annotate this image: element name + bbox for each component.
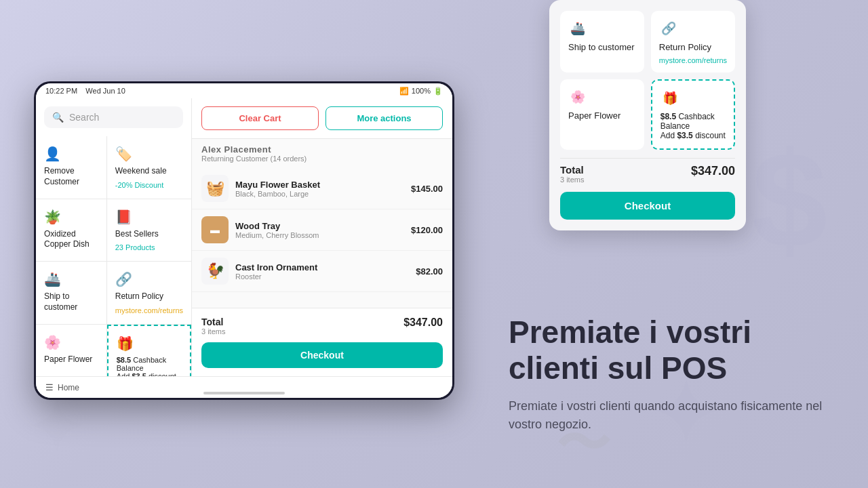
return-policy-sub: mystore.com/returns xyxy=(115,306,183,314)
cast-iron-price: $82.00 xyxy=(416,266,443,277)
total-label: Total xyxy=(201,317,225,327)
fc-total-info: Total 3 items xyxy=(560,164,584,184)
promo-headline: Premiate i vostri clienti sul POS xyxy=(509,314,834,386)
fc-ship-to-customer[interactable]: 🚢 Ship to customer xyxy=(560,11,644,73)
cart-items: 🧺 Mayu Flower Basket Black, Bamboo, Larg… xyxy=(192,165,452,308)
fc-total-label: Total xyxy=(560,164,584,176)
more-actions-button[interactable]: More actions xyxy=(326,106,443,130)
ship-customer-label: Ship to customer xyxy=(44,291,98,312)
wood-tray-thumb: ▬ xyxy=(201,216,229,243)
grid-cell-best-sellers[interactable]: 📕 Best Sellers 23 Products xyxy=(107,199,191,262)
device-screen: 10:22 PM Wed Jun 10 📶 100% 🔋 🔍 Search xyxy=(36,83,452,398)
wood-tray-variant: Medium, Cherry Blossom xyxy=(235,231,404,239)
grid-cell-paper-flower[interactable]: 🌸 Paper Flower xyxy=(36,325,106,376)
mayu-name: Mayu Flower Basket xyxy=(235,180,404,190)
battery-icon: 🔋 xyxy=(433,87,443,96)
home-label: Home xyxy=(58,383,79,392)
grid-cell-remove-customer[interactable]: 👤 Remove Customer xyxy=(36,136,106,199)
pos-body: 🔍 Search 👤 Remove Customer 🏷️ Weekend sa… xyxy=(36,98,452,376)
wood-tray-name: Wood Tray xyxy=(235,221,404,231)
cashback-icon: 🎁 xyxy=(660,89,679,108)
fc-divider xyxy=(560,158,735,159)
return-policy-grid-icon: 🔗 xyxy=(115,271,183,287)
paper-flower-grid-icon: 🌸 xyxy=(44,334,98,350)
status-time: 10:22 PM Wed Jun 10 xyxy=(45,87,125,95)
wood-tray-price: $120.00 xyxy=(411,225,443,235)
wifi-icon: 📶 xyxy=(399,87,409,96)
action-bar: Clear Cart More actions xyxy=(192,98,452,139)
cashback-grid-amount: $8.5 xyxy=(117,356,131,364)
device-frame: 10:22 PM Wed Jun 10 📶 100% 🔋 🔍 Search xyxy=(34,81,454,400)
mayu-price: $145.00 xyxy=(411,184,443,194)
return-policy-grid-label: Return Policy xyxy=(115,291,183,302)
clear-cart-button[interactable]: Clear Cart xyxy=(201,106,319,130)
fc-discount-label: discount xyxy=(695,131,726,140)
return-policy-icon: 🔗 xyxy=(659,19,678,38)
weekend-sale-sub: -20% Discount xyxy=(115,181,183,189)
cast-iron-thumb: 🐓 xyxy=(201,258,229,285)
fc-ship-label: Ship to customer xyxy=(568,42,636,52)
grid-cell-ship-customer[interactable]: 🚢 Ship to customer xyxy=(36,262,106,324)
mayu-thumb: 🧺 xyxy=(201,175,229,202)
fc-return-sub: mystore.com/returns xyxy=(659,56,727,64)
bottom-bar: ☰ Home xyxy=(36,376,452,398)
cast-iron-variant: Rooster xyxy=(235,272,409,281)
fc-cashback-text: $8.5 Cashback Balance Add $3.5 discount xyxy=(660,112,726,140)
paper-flower-grid-label: Paper Flower xyxy=(44,354,98,365)
fc-total-items: 3 items xyxy=(560,176,584,184)
checkout-button[interactable]: Checkout xyxy=(201,342,443,368)
cashback-grid-icon: 🎁 xyxy=(117,336,182,352)
fc-paper-flower-label: Paper Flower xyxy=(568,110,636,121)
floating-card: 🚢 Ship to customer 🔗 Return Policy mysto… xyxy=(549,0,746,230)
ship-customer-icon: 🚢 xyxy=(44,271,98,287)
search-input[interactable]: Search xyxy=(69,112,99,123)
fc-total-row: Total 3 items $347.00 xyxy=(560,164,735,184)
fc-paper-flower[interactable]: 🌸 Paper Flower xyxy=(560,79,644,150)
weekend-sale-icon: 🏷️ xyxy=(115,146,183,162)
total-info: Total 3 items xyxy=(201,317,225,336)
customer-tag: Returning Customer (14 orders) xyxy=(201,155,443,163)
left-panel: 🔍 Search 👤 Remove Customer 🏷️ Weekend sa… xyxy=(36,98,192,376)
promo-body: Premiate i vostri clienti quando acquist… xyxy=(509,397,834,434)
cart-item-mayu[interactable]: 🧺 Mayu Flower Basket Black, Bamboo, Larg… xyxy=(192,168,452,209)
cart-footer: Total 3 items $347.00 Checkout xyxy=(192,308,452,376)
customer-banner: Alex Placement Returning Customer (14 or… xyxy=(192,139,452,165)
remove-customer-icon: 👤 xyxy=(44,146,98,162)
fc-cashback-amount: $8.5 xyxy=(660,112,676,121)
fc-return-policy[interactable]: 🔗 Return Policy mystore.com/returns xyxy=(651,11,735,73)
home-indicator xyxy=(203,392,285,394)
cart-item-cast-iron[interactable]: 🐓 Cast Iron Ornament Rooster $82.00 xyxy=(192,251,452,292)
search-bar[interactable]: 🔍 Search xyxy=(44,106,183,128)
search-icon: 🔍 xyxy=(52,112,64,123)
fc-checkout-button[interactable]: Checkout xyxy=(560,192,735,220)
fc-total-amount: $347.00 xyxy=(691,164,735,178)
grid-cell-return-policy[interactable]: 🔗 Return Policy mystore.com/returns xyxy=(107,262,191,324)
grid-cell-cashback[interactable]: 🎁 $8.5 Cashback Balance Add $3.5 discoun… xyxy=(107,325,191,376)
best-sellers-label: Best Sellers xyxy=(115,229,183,240)
customer-name: Alex Placement xyxy=(201,144,443,155)
cart-item-wood-tray[interactable]: ▬ Wood Tray Medium, Cherry Blossom $120.… xyxy=(192,209,452,251)
mayu-info: Mayu Flower Basket Black, Bamboo, Large xyxy=(235,180,404,198)
floating-card-grid: 🚢 Ship to customer 🔗 Return Policy mysto… xyxy=(560,11,735,150)
status-bar-right: 📶 100% 🔋 xyxy=(399,87,443,96)
wood-tray-info: Wood Tray Medium, Cherry Blossom xyxy=(235,221,404,239)
grid-cell-weekend-sale[interactable]: 🏷️ Weekend sale -20% Discount xyxy=(107,136,191,199)
best-sellers-icon: 📕 xyxy=(115,209,183,225)
total-count: 3 items xyxy=(201,327,225,336)
total-amount: $347.00 xyxy=(403,317,443,329)
fc-discount-amount: $3.5 xyxy=(677,131,692,140)
promo-text: Premiate i vostri clienti sul POS Premia… xyxy=(509,314,834,434)
cast-iron-name: Cast Iron Ornament xyxy=(235,262,409,272)
ship-to-customer-icon: 🚢 xyxy=(568,19,587,38)
fc-cashback-item[interactable]: 🎁 $8.5 Cashback Balance Add $3.5 discoun… xyxy=(651,79,735,150)
cashback-grid-text: $8.5 Cashback Balance Add $3.5 discount xyxy=(117,356,182,376)
grid-cell-oxidized-copper[interactable]: 🪴 Oxidized Copper Dish xyxy=(36,199,106,262)
remove-customer-label: Remove Customer xyxy=(44,166,98,187)
total-row: Total 3 items $347.00 xyxy=(201,317,443,336)
battery-text: 100% xyxy=(412,87,431,95)
best-sellers-sub: 23 Products xyxy=(115,243,183,251)
fc-return-label: Return Policy xyxy=(659,42,727,52)
cast-iron-info: Cast Iron Ornament Rooster xyxy=(235,262,409,281)
oxidized-copper-label: Oxidized Copper Dish xyxy=(44,229,98,250)
status-bar: 10:22 PM Wed Jun 10 📶 100% 🔋 xyxy=(36,83,452,98)
